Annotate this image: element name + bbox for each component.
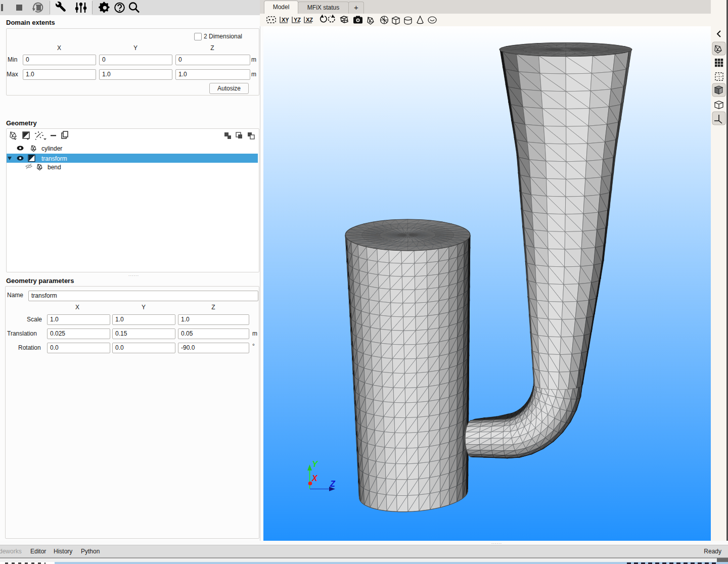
svg-text:Y: Y [312, 459, 318, 469]
svg-text:X: X [311, 474, 318, 483]
svg-text:Z: Z [330, 480, 336, 488]
